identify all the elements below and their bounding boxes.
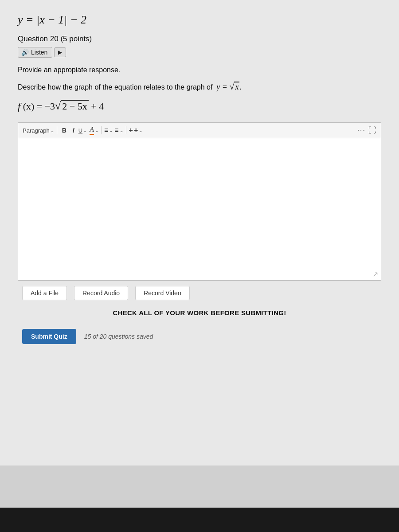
submit-row: Submit Quiz 15 of 20 questions saved bbox=[18, 329, 381, 344]
italic-button[interactable]: I bbox=[70, 126, 77, 135]
play-button[interactable]: ▶ bbox=[54, 47, 66, 57]
question-instruction: Provide an appropiate response. bbox=[18, 65, 381, 75]
more-options-icon[interactable]: ··· bbox=[357, 126, 366, 134]
warning-text: CHECK ALL OF YOUR WORK BEFORE SUBMITTING… bbox=[18, 309, 381, 317]
taskbar bbox=[0, 508, 399, 532]
font-color-dropdown[interactable]: A A ⌄ bbox=[89, 125, 98, 135]
listen-label: Listen bbox=[31, 49, 47, 56]
listen-bar: 🔊 Listen ▶ bbox=[18, 47, 381, 58]
plus-icon: + bbox=[129, 126, 133, 134]
question-number: Question 20 bbox=[18, 35, 59, 43]
paragraph-dropdown[interactable]: Paragraph ⌄ bbox=[23, 127, 54, 134]
saved-status: 15 of 20 questions saved bbox=[84, 333, 153, 340]
underline-chevron-icon: ⌄ bbox=[83, 128, 87, 133]
question-header: Question 20 (5 points) bbox=[18, 35, 381, 43]
listen-button[interactable]: 🔊 Listen bbox=[18, 47, 52, 58]
record-video-button[interactable]: Record Video bbox=[135, 286, 190, 300]
underline-dropdown[interactable]: U ⌄ bbox=[78, 127, 87, 134]
question-description: Describe how the graph of the equation r… bbox=[18, 80, 381, 93]
align-chevron-icon: ⌄ bbox=[109, 128, 113, 133]
toolbar-divider-2 bbox=[101, 126, 102, 134]
list-chevron-icon: ⌄ bbox=[120, 128, 123, 133]
graph-ref-math: y = √x. bbox=[215, 82, 242, 91]
font-color-chevron-icon: ⌄ bbox=[95, 128, 98, 133]
paragraph-chevron-icon: ⌄ bbox=[51, 128, 54, 133]
editor-body[interactable]: ↗ bbox=[18, 138, 381, 280]
align-icon: ≡ bbox=[104, 126, 108, 134]
expand-icon[interactable]: ⛶ bbox=[368, 126, 376, 135]
toolbar-divider-3 bbox=[126, 126, 126, 134]
function-equation: f (x) = −3√2 − 5x + 4 bbox=[18, 98, 381, 114]
action-buttons-row: Add a File Record Audio Record Video bbox=[18, 286, 381, 300]
paragraph-label: Paragraph bbox=[23, 127, 50, 134]
question-desc-text: Describe how the graph of the equation r… bbox=[18, 83, 212, 91]
record-audio-button[interactable]: Record Audio bbox=[74, 286, 128, 300]
add-file-button[interactable]: Add a File bbox=[22, 286, 67, 300]
editor-toolbar: Paragraph ⌄ B I U ⌄ bbox=[18, 123, 381, 138]
resize-handle[interactable]: ↗ bbox=[372, 270, 378, 278]
rich-text-editor: Paragraph ⌄ B I U ⌄ bbox=[18, 122, 381, 281]
speaker-icon: 🔊 bbox=[21, 49, 29, 56]
underline-label: U bbox=[78, 127, 82, 134]
question-points: (5 points) bbox=[60, 35, 92, 43]
toolbar-more-area: ··· ⛶ bbox=[357, 126, 376, 135]
toolbar-divider-1 bbox=[57, 126, 57, 134]
align-dropdown[interactable]: ≡ ⌄ bbox=[104, 126, 113, 134]
list-icon: ≡ bbox=[114, 126, 118, 134]
list-dropdown[interactable]: ≡ ⌄ bbox=[114, 126, 123, 134]
plus-dropdown[interactable]: + + ⌄ bbox=[129, 126, 143, 134]
bold-button[interactable]: B bbox=[60, 126, 69, 135]
plus-chevron-icon: ⌄ bbox=[139, 128, 142, 133]
play-icon: ▶ bbox=[58, 49, 62, 55]
top-equation: y = |x − 1| − 2 bbox=[18, 9, 381, 27]
submit-quiz-button[interactable]: Submit Quiz bbox=[22, 329, 76, 344]
